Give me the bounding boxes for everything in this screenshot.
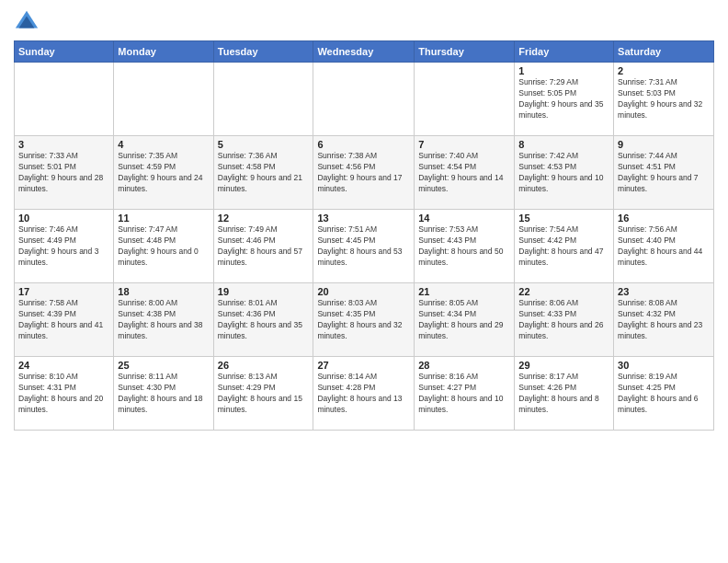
- calendar-cell: [415, 63, 515, 136]
- calendar-cell: 13Sunrise: 7:51 AM Sunset: 4:45 PM Dayli…: [313, 210, 415, 283]
- calendar-cell: 30Sunrise: 8:19 AM Sunset: 4:25 PM Dayli…: [614, 357, 714, 431]
- calendar-week-row: 17Sunrise: 7:58 AM Sunset: 4:39 PM Dayli…: [15, 283, 714, 357]
- day-number: 4: [118, 139, 209, 150]
- calendar-cell: 7Sunrise: 7:40 AM Sunset: 4:54 PM Daylig…: [415, 136, 515, 210]
- day-number: 27: [317, 360, 410, 371]
- day-info: Sunrise: 7:44 AM Sunset: 4:51 PM Dayligh…: [618, 151, 710, 195]
- day-number: 1: [518, 65, 609, 76]
- day-number: 30: [618, 360, 710, 371]
- day-info: Sunrise: 7:31 AM Sunset: 5:03 PM Dayligh…: [618, 77, 710, 121]
- calendar-cell: 27Sunrise: 8:14 AM Sunset: 4:28 PM Dayli…: [313, 357, 415, 431]
- day-info: Sunrise: 7:38 AM Sunset: 4:56 PM Dayligh…: [317, 151, 410, 195]
- day-info: Sunrise: 7:47 AM Sunset: 4:48 PM Dayligh…: [118, 224, 209, 269]
- day-info: Sunrise: 7:46 AM Sunset: 4:49 PM Dayligh…: [18, 224, 109, 269]
- calendar-weekday-monday: Monday: [114, 41, 213, 63]
- calendar-weekday-tuesday: Tuesday: [213, 41, 313, 63]
- calendar-cell: 28Sunrise: 8:16 AM Sunset: 4:27 PM Dayli…: [415, 357, 515, 431]
- calendar-cell: 3Sunrise: 7:33 AM Sunset: 5:01 PM Daylig…: [15, 136, 114, 210]
- day-info: Sunrise: 7:58 AM Sunset: 4:39 PM Dayligh…: [18, 298, 109, 342]
- day-info: Sunrise: 8:03 AM Sunset: 4:35 PM Dayligh…: [317, 298, 410, 342]
- calendar-cell: 9Sunrise: 7:44 AM Sunset: 4:51 PM Daylig…: [614, 136, 714, 210]
- calendar-cell: 17Sunrise: 7:58 AM Sunset: 4:39 PM Dayli…: [15, 283, 114, 357]
- calendar-weekday-thursday: Thursday: [415, 41, 515, 63]
- day-number: 23: [618, 286, 710, 297]
- calendar-cell: [313, 63, 415, 136]
- day-info: Sunrise: 8:17 AM Sunset: 4:26 PM Dayligh…: [518, 372, 609, 416]
- calendar-cell: [213, 63, 313, 136]
- calendar-week-row: 24Sunrise: 8:10 AM Sunset: 4:31 PM Dayli…: [15, 357, 714, 431]
- day-info: Sunrise: 8:00 AM Sunset: 4:38 PM Dayligh…: [118, 298, 209, 342]
- calendar-cell: [114, 63, 213, 136]
- day-number: 18: [118, 286, 209, 297]
- calendar-cell: 20Sunrise: 8:03 AM Sunset: 4:35 PM Dayli…: [313, 283, 415, 357]
- day-number: 25: [118, 360, 209, 371]
- day-number: 6: [317, 139, 410, 150]
- day-number: 17: [18, 286, 109, 297]
- calendar-cell: 15Sunrise: 7:54 AM Sunset: 4:42 PM Dayli…: [515, 210, 614, 283]
- day-number: 5: [218, 139, 310, 150]
- day-number: 16: [618, 213, 710, 224]
- calendar-header-row: SundayMondayTuesdayWednesdayThursdayFrid…: [15, 41, 714, 63]
- day-info: Sunrise: 7:56 AM Sunset: 4:40 PM Dayligh…: [618, 224, 710, 269]
- calendar-cell: 8Sunrise: 7:42 AM Sunset: 4:53 PM Daylig…: [515, 136, 614, 210]
- day-info: Sunrise: 7:36 AM Sunset: 4:58 PM Dayligh…: [218, 151, 310, 195]
- calendar-cell: 23Sunrise: 8:08 AM Sunset: 4:32 PM Dayli…: [614, 283, 714, 357]
- calendar-cell: 29Sunrise: 8:17 AM Sunset: 4:26 PM Dayli…: [515, 357, 614, 431]
- day-info: Sunrise: 7:53 AM Sunset: 4:43 PM Dayligh…: [418, 224, 510, 269]
- day-info: Sunrise: 7:49 AM Sunset: 4:46 PM Dayligh…: [218, 224, 310, 269]
- day-info: Sunrise: 7:40 AM Sunset: 4:54 PM Dayligh…: [418, 151, 510, 195]
- calendar-week-row: 3Sunrise: 7:33 AM Sunset: 5:01 PM Daylig…: [15, 136, 714, 210]
- day-number: 22: [518, 286, 609, 297]
- day-number: 26: [218, 360, 310, 371]
- calendar-weekday-saturday: Saturday: [614, 41, 714, 63]
- day-number: 28: [418, 360, 510, 371]
- calendar-cell: 16Sunrise: 7:56 AM Sunset: 4:40 PM Dayli…: [614, 210, 714, 283]
- calendar-cell: 10Sunrise: 7:46 AM Sunset: 4:49 PM Dayli…: [15, 210, 114, 283]
- logo-icon: [14, 9, 40, 35]
- page: SundayMondayTuesdayWednesdayThursdayFrid…: [0, 0, 728, 563]
- calendar-weekday-sunday: Sunday: [15, 41, 114, 63]
- day-number: 2: [618, 65, 710, 76]
- calendar-cell: 11Sunrise: 7:47 AM Sunset: 4:48 PM Dayli…: [114, 210, 213, 283]
- day-number: 8: [518, 139, 609, 150]
- day-number: 9: [618, 139, 710, 150]
- header: [14, 9, 714, 35]
- day-info: Sunrise: 7:35 AM Sunset: 4:59 PM Dayligh…: [118, 151, 209, 195]
- calendar-cell: 21Sunrise: 8:05 AM Sunset: 4:34 PM Dayli…: [415, 283, 515, 357]
- day-info: Sunrise: 7:29 AM Sunset: 5:05 PM Dayligh…: [518, 77, 609, 121]
- calendar-cell: 22Sunrise: 8:06 AM Sunset: 4:33 PM Dayli…: [515, 283, 614, 357]
- calendar-cell: 18Sunrise: 8:00 AM Sunset: 4:38 PM Dayli…: [114, 283, 213, 357]
- calendar-cell: 24Sunrise: 8:10 AM Sunset: 4:31 PM Dayli…: [15, 357, 114, 431]
- calendar-cell: [15, 63, 114, 136]
- day-number: 7: [418, 139, 510, 150]
- calendar-week-row: 10Sunrise: 7:46 AM Sunset: 4:49 PM Dayli…: [15, 210, 714, 283]
- calendar: SundayMondayTuesdayWednesdayThursdayFrid…: [14, 40, 714, 431]
- logo: [14, 9, 43, 35]
- day-number: 11: [118, 213, 209, 224]
- day-info: Sunrise: 7:51 AM Sunset: 4:45 PM Dayligh…: [317, 224, 410, 269]
- day-info: Sunrise: 7:42 AM Sunset: 4:53 PM Dayligh…: [518, 151, 609, 195]
- day-info: Sunrise: 8:16 AM Sunset: 4:27 PM Dayligh…: [418, 372, 510, 416]
- day-number: 20: [317, 286, 410, 297]
- day-number: 13: [317, 213, 410, 224]
- calendar-cell: 5Sunrise: 7:36 AM Sunset: 4:58 PM Daylig…: [213, 136, 313, 210]
- day-info: Sunrise: 8:10 AM Sunset: 4:31 PM Dayligh…: [18, 372, 109, 416]
- calendar-cell: 19Sunrise: 8:01 AM Sunset: 4:36 PM Dayli…: [213, 283, 313, 357]
- day-info: Sunrise: 8:01 AM Sunset: 4:36 PM Dayligh…: [218, 298, 310, 342]
- calendar-cell: 26Sunrise: 8:13 AM Sunset: 4:29 PM Dayli…: [213, 357, 313, 431]
- day-info: Sunrise: 8:11 AM Sunset: 4:30 PM Dayligh…: [118, 372, 209, 416]
- day-info: Sunrise: 8:08 AM Sunset: 4:32 PM Dayligh…: [618, 298, 710, 342]
- day-number: 14: [418, 213, 510, 224]
- day-info: Sunrise: 8:13 AM Sunset: 4:29 PM Dayligh…: [218, 372, 310, 416]
- calendar-weekday-friday: Friday: [515, 41, 614, 63]
- day-info: Sunrise: 8:14 AM Sunset: 4:28 PM Dayligh…: [317, 372, 410, 416]
- day-number: 29: [518, 360, 609, 371]
- day-info: Sunrise: 8:05 AM Sunset: 4:34 PM Dayligh…: [418, 298, 510, 342]
- day-info: Sunrise: 7:54 AM Sunset: 4:42 PM Dayligh…: [518, 224, 609, 269]
- day-number: 24: [18, 360, 109, 371]
- day-number: 15: [518, 213, 609, 224]
- calendar-cell: 4Sunrise: 7:35 AM Sunset: 4:59 PM Daylig…: [114, 136, 213, 210]
- day-info: Sunrise: 8:19 AM Sunset: 4:25 PM Dayligh…: [618, 372, 710, 416]
- day-number: 12: [218, 213, 310, 224]
- calendar-cell: 12Sunrise: 7:49 AM Sunset: 4:46 PM Dayli…: [213, 210, 313, 283]
